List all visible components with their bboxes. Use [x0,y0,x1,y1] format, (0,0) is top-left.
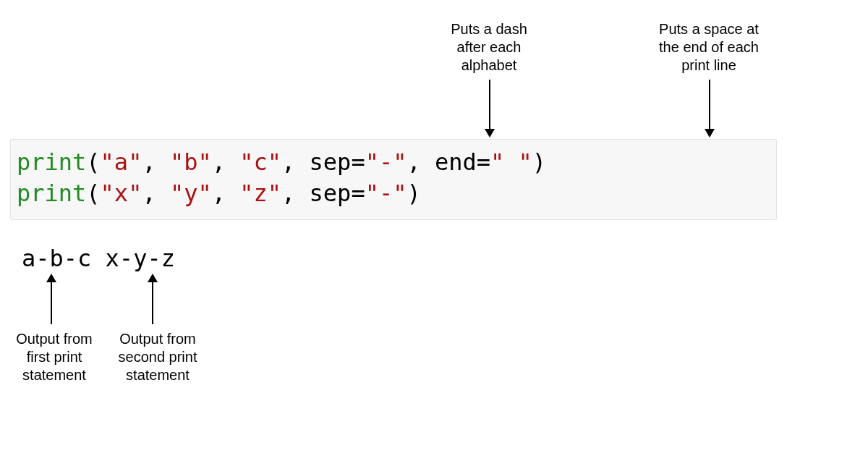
token-comma: , [281,180,310,207]
token-paren-open: ( [86,148,100,176]
arrow-down-icon [705,129,715,138]
token-paren-close: ) [407,180,420,207]
token-paren-close: ) [532,148,546,176]
code-block: print("a", "b", "c", sep="-", end=" ") p… [10,139,777,220]
token-kwarg-sep: sep [310,180,352,207]
code-line-2: print("x", "y", "z", sep="-") [17,178,770,209]
token-string: "b" [170,148,212,176]
token-string: "-" [365,148,407,176]
token-function: print [17,180,86,207]
code-line-1: print("a", "b", "c", sep="-", end=" ") [17,147,770,178]
arrow-down-icon [485,129,495,138]
token-string: "a" [101,148,142,176]
arrow-line-out1 [51,281,52,324]
token-comma: , [407,148,435,176]
annotation-output-1: Output from first print statement [7,330,101,384]
diagram-stage: Puts a dash after each alphabet Puts a s… [0,0,868,456]
arrow-line-out2 [152,281,153,324]
token-string: "x" [101,180,142,207]
annotation-output-2: Output from second print statement [107,330,208,384]
annotation-sep: Puts a dash after each alphabet [424,20,554,75]
output-text: a-b-c x-y-z [22,245,175,272]
arrow-line-sep [489,80,490,130]
token-equals: = [351,180,365,207]
annotation-end: Puts a space at the end of each print li… [629,20,788,75]
token-string: "y" [170,180,212,207]
token-comma: , [142,148,170,176]
token-string: "z" [239,180,281,207]
arrow-line-end [709,80,710,130]
token-string: "-" [365,180,407,207]
token-comma: , [212,180,240,207]
token-paren-open: ( [86,180,100,207]
token-comma: , [212,148,240,176]
token-function: print [17,148,86,176]
token-string: "c" [239,148,281,176]
token-comma: , [281,148,310,176]
token-comma: , [142,180,170,207]
token-string: " " [490,148,532,176]
token-kwarg-end: end [435,148,477,176]
token-equals: = [477,148,490,176]
token-kwarg-sep: sep [310,148,352,176]
token-equals: = [351,148,365,176]
